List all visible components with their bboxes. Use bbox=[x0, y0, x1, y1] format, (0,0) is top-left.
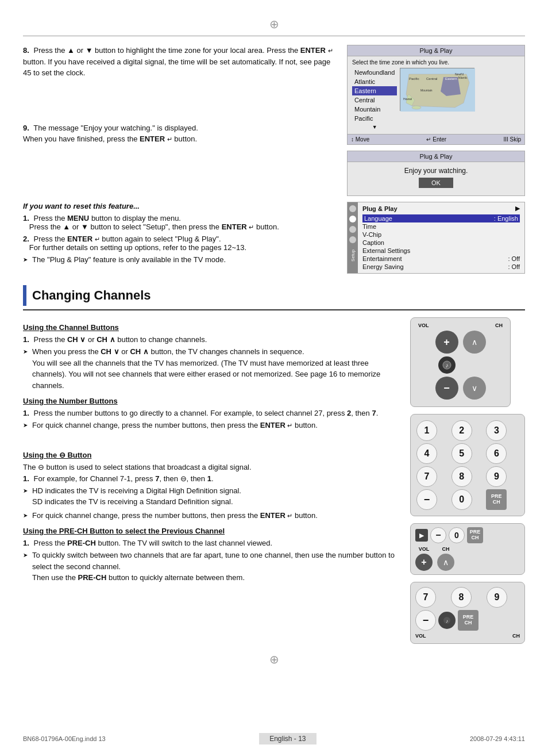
svg-text:Pacific: Pacific bbox=[409, 77, 419, 80]
timezone-list: Newfoundland Atlantic Eastern Central Mo… bbox=[352, 68, 397, 131]
svg-text:Eastern: Eastern bbox=[445, 77, 457, 80]
btn-8[interactable]: 8 bbox=[451, 466, 472, 487]
btn-4[interactable]: 4 bbox=[416, 443, 437, 464]
timezone-box-content: Select the time zone in which you live. … bbox=[348, 56, 524, 134]
svg-text:Newf'd: Newf'd bbox=[455, 72, 464, 76]
vol-ch-row: + ♪ − ∧ bbox=[415, 331, 505, 400]
tz-newfoundland[interactable]: Newfoundland bbox=[352, 68, 397, 77]
steps-8-9-text: 8. Press the ▲ or ▼ button to highlight … bbox=[23, 45, 335, 196]
setup-plug-play-label: Plug & Play bbox=[362, 205, 398, 212]
btn-0[interactable]: 0 bbox=[451, 489, 472, 510]
tz-pacific[interactable]: Pacific bbox=[352, 114, 397, 123]
prech-precht-btn[interactable]: PRECH bbox=[458, 610, 478, 631]
footer-page-num: English - 13 bbox=[259, 733, 316, 745]
btn-1[interactable]: 1 bbox=[416, 420, 437, 441]
minus-step-1: 1. For example, for Channel 7-1, press 7… bbox=[23, 474, 399, 483]
tz-central[interactable]: Central bbox=[352, 95, 397, 105]
small-0-btn[interactable]: 0 bbox=[449, 527, 465, 543]
precht-btn-numpad[interactable]: PRECH bbox=[486, 489, 507, 510]
vol-up-btn[interactable]: + bbox=[435, 331, 458, 354]
number-step-1-num: 1. bbox=[23, 409, 29, 417]
setup-sidebar: Setup bbox=[348, 202, 358, 273]
small-remote-row: ▶ − 0 PRECH VOL + CH ∧ bbox=[410, 523, 525, 575]
mute-btn[interactable]: ♪ bbox=[438, 356, 456, 374]
footer-move: ↕ Move bbox=[351, 136, 369, 143]
prech-step-1-num: 1. bbox=[23, 539, 29, 547]
top-divider bbox=[23, 36, 525, 36]
tz-mountain[interactable]: Mountain bbox=[352, 105, 397, 114]
timezone-ui-box: Plug & Play Select the time zone in whic… bbox=[347, 45, 525, 145]
btn-2[interactable]: 2 bbox=[451, 420, 472, 441]
prech-btn-9[interactable]: 9 bbox=[487, 587, 507, 608]
play-btn[interactable]: ▶ bbox=[415, 529, 428, 542]
changing-channels-header: Changing Channels bbox=[23, 285, 525, 310]
prech-dash-btn[interactable]: − bbox=[415, 610, 436, 631]
reset-section: If you want to reset this feature... 1. … bbox=[23, 202, 525, 274]
small-precht-btn[interactable]: PRECH bbox=[467, 527, 483, 543]
setup-caption-label: Caption bbox=[362, 239, 384, 246]
tz-atlantic[interactable]: Atlantic bbox=[352, 77, 397, 86]
number-step-1-bullet: For quick channel change, press the numb… bbox=[23, 420, 399, 431]
small-remote-bottom: VOL + CH ∧ bbox=[415, 546, 520, 571]
btn-dash[interactable]: − bbox=[416, 489, 437, 510]
ok-button[interactable]: OK bbox=[419, 178, 453, 188]
prech-numpad: 7 8 9 bbox=[415, 587, 520, 608]
minus-intro: The ⊖ button is used to select stations … bbox=[23, 463, 399, 471]
prech-btn-8[interactable]: 8 bbox=[451, 587, 472, 608]
reset-note: The "Plug & Play" feature is only availa… bbox=[23, 254, 335, 266]
number-step-1: 1. Press the number buttons to go direct… bbox=[23, 409, 399, 417]
channel-step-1: 1. Press the CH ∨ or CH ∧ button to chan… bbox=[23, 335, 399, 344]
small-vol-plus[interactable]: + bbox=[415, 554, 433, 571]
setup-energysaving-value: : Off bbox=[508, 263, 520, 270]
ui-mockups-section: Plug & Play Select the time zone in whic… bbox=[347, 45, 525, 196]
btn-6[interactable]: 6 bbox=[486, 443, 507, 464]
using-number-buttons-title: Using the Number Buttons bbox=[23, 397, 399, 405]
timezone-map: Pacific Central Eastern Hawaii Atlantic … bbox=[400, 68, 520, 131]
ch-down-btn[interactable]: ∨ bbox=[463, 377, 486, 400]
channel-step-1-bullet: When you press the CH ∨ or CH ∧ button, … bbox=[23, 346, 399, 391]
footer-left-text: BN68-01796A-00Eng.indd 13 bbox=[23, 735, 106, 742]
page-footer: BN68-01796A-00Eng.indd 13 English - 13 2… bbox=[0, 733, 548, 745]
vol-down-btn[interactable]: − bbox=[435, 377, 458, 400]
setup-menu-inner: Setup Plug & Play ▶ Language : English T… bbox=[348, 202, 524, 273]
channel-step-1-num: 1. bbox=[23, 335, 29, 344]
btn-5[interactable]: 5 bbox=[451, 443, 472, 464]
reset-text: If you want to reset this feature... 1. … bbox=[23, 202, 335, 274]
setup-language-label: Language bbox=[364, 215, 392, 222]
ch-up-btn[interactable]: ∧ bbox=[463, 331, 486, 354]
svg-text:Hawaii: Hawaii bbox=[403, 97, 412, 101]
svg-text:♪: ♪ bbox=[445, 362, 448, 369]
prech-speaker-btn[interactable]: ♪ bbox=[438, 612, 456, 629]
small-vol-label: VOL bbox=[419, 546, 430, 552]
setup-right-arrow: ▶ bbox=[515, 205, 520, 212]
step-9-num: 9. bbox=[23, 124, 29, 132]
setup-row-caption: Caption bbox=[362, 239, 520, 247]
vol-label: VOL bbox=[418, 323, 429, 328]
changing-channels-title: Changing Channels bbox=[32, 288, 151, 303]
remote-vol-ch: VOL CH + ♪ bbox=[410, 317, 511, 407]
step-9: 9. The message "Enjoy your watching." is… bbox=[23, 122, 335, 145]
timezone-box-footer: ↕ Move ↵ Enter III Skip bbox=[348, 134, 524, 144]
svg-text:♪: ♪ bbox=[446, 619, 448, 624]
step-8: 8. Press the ▲ or ▼ button to highlight … bbox=[23, 45, 335, 79]
tz-scroll-arrow[interactable]: ▼ bbox=[352, 123, 397, 131]
prech-bottom-row: − ♪ PRECH bbox=[415, 610, 520, 631]
tz-eastern[interactable]: Eastern bbox=[352, 86, 397, 95]
setup-top-bar: Plug & Play ▶ bbox=[362, 205, 520, 212]
small-dash-btn[interactable]: − bbox=[430, 527, 446, 543]
section-8-9: 8. Press the ▲ or ▼ button to highlight … bbox=[23, 45, 525, 196]
btn-9[interactable]: 9 bbox=[486, 466, 507, 487]
small-ch-up[interactable]: ∧ bbox=[437, 554, 454, 571]
enjoy-box-content: Enjoy your watching. OK bbox=[348, 162, 524, 195]
prech-ch-label: CH bbox=[512, 633, 520, 639]
map-placeholder: Pacific Central Eastern Hawaii Atlantic … bbox=[400, 68, 474, 111]
prech-vol-label: VOL bbox=[415, 633, 426, 639]
minus-step-1-bullet-1: HD indicates the TV is receiving a Digit… bbox=[23, 485, 399, 508]
btn-7[interactable]: 7 bbox=[416, 466, 437, 487]
compass-bottom-icon: ⊕ bbox=[23, 653, 525, 666]
step-8-num: 8. bbox=[23, 46, 29, 55]
minus-step-1-num: 1. bbox=[23, 474, 29, 483]
svg-text:Central: Central bbox=[426, 77, 437, 80]
prech-btn-7[interactable]: 7 bbox=[415, 587, 436, 608]
btn-3[interactable]: 3 bbox=[486, 420, 507, 441]
